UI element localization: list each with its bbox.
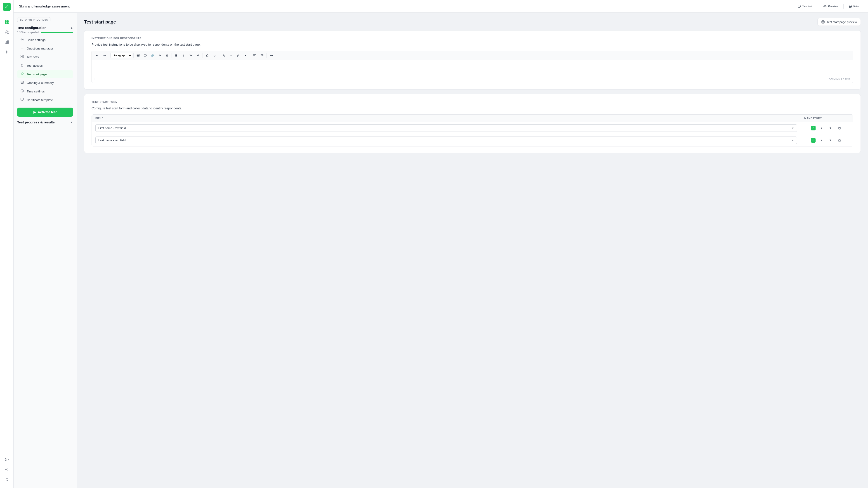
- field-select-1[interactable]: First name - text field ▼: [95, 124, 801, 132]
- nav-item-certificate[interactable]: Certificate template: [17, 96, 73, 104]
- move-down-button-1[interactable]: ▼: [827, 125, 834, 131]
- grid-icon-btn[interactable]: [3, 18, 11, 26]
- mandatory-cell-2: ✓ ▲ ▼: [804, 137, 849, 144]
- back-icon-btn[interactable]: [3, 465, 11, 474]
- rte-separator3: [172, 53, 172, 58]
- highlight-color-dropdown[interactable]: ▼: [242, 52, 249, 59]
- align-right-button[interactable]: [259, 52, 265, 59]
- progress-bar-fill: [41, 32, 73, 33]
- nav-item-test-sets[interactable]: Test sets: [17, 53, 73, 61]
- nav-item-time-settings[interactable]: Time settings: [17, 87, 73, 95]
- mandatory-cell-1: ✓ ▲ ▼: [804, 125, 849, 131]
- subscript-button[interactable]: X₂: [188, 52, 194, 59]
- svg-rect-21: [21, 47, 22, 47]
- settings-icon-btn[interactable]: [3, 48, 11, 56]
- special-chars-button[interactable]: Ω: [204, 52, 211, 59]
- activate-test-button[interactable]: ▶ Activate test: [17, 108, 73, 117]
- move-down-button-2[interactable]: ▼: [827, 137, 834, 144]
- svg-rect-7: [6, 41, 7, 44]
- rte-body[interactable]: p POWERED BY TINY: [92, 60, 853, 83]
- superscript-button[interactable]: X²: [195, 52, 201, 59]
- svg-point-20: [22, 39, 23, 40]
- italic-button[interactable]: I: [180, 52, 187, 59]
- rte-separator5: [219, 53, 219, 58]
- undo-button[interactable]: ↩: [94, 52, 100, 59]
- icon-bar: ✓: [0, 0, 13, 488]
- svg-point-15: [799, 5, 799, 6]
- svg-rect-35: [137, 54, 139, 57]
- font-color-dropdown[interactable]: ▼: [228, 52, 234, 59]
- nav-item-test-sets-label: Test sets: [27, 55, 39, 59]
- paragraph-select[interactable]: Paragraph: [111, 53, 132, 58]
- mandatory-header: MANDATORY: [804, 117, 849, 120]
- activate-btn-label: Activate test: [38, 110, 57, 114]
- trash-icon-1: [838, 127, 841, 130]
- svg-point-16: [824, 5, 827, 7]
- align-left-button[interactable]: [252, 52, 258, 59]
- svg-rect-8: [7, 40, 8, 43]
- svg-rect-19: [849, 6, 851, 8]
- svg-point-36: [137, 55, 138, 55]
- nav-item-basic-settings[interactable]: Basic settings: [17, 36, 73, 44]
- nav-item-test-start-page[interactable]: Test start page: [17, 70, 73, 78]
- questions-nav-icon: [20, 46, 24, 51]
- progress-row: 100% completed: [17, 31, 73, 34]
- test-sets-nav-icon: [20, 55, 24, 59]
- more-options-button[interactable]: •••: [268, 52, 274, 59]
- mandatory-checkbox-1[interactable]: ✓: [811, 126, 815, 130]
- progress-label: 100% completed: [17, 31, 39, 34]
- nav-item-test-access[interactable]: Test access: [17, 61, 73, 70]
- mandatory-checkbox-2[interactable]: ✓: [811, 138, 815, 143]
- form-section-desc: Configure test start form and collect da…: [92, 106, 853, 111]
- svg-rect-2: [5, 22, 6, 24]
- progress-bar-container: [41, 32, 73, 33]
- svg-rect-37: [144, 55, 146, 56]
- svg-point-4: [6, 31, 7, 32]
- collapse-icon-btn[interactable]: [3, 475, 11, 484]
- bold-button[interactable]: B: [173, 52, 180, 59]
- svg-rect-6: [5, 42, 6, 43]
- activate-btn-icon: ▶: [33, 110, 36, 114]
- move-up-button-2[interactable]: ▲: [818, 137, 825, 144]
- eye-icon: [823, 4, 827, 8]
- highlight-color-button[interactable]: [235, 52, 241, 59]
- font-color-button[interactable]: A: [221, 52, 227, 59]
- form-card: TEST START FORM Configure test start for…: [84, 94, 861, 153]
- svg-rect-29: [21, 65, 23, 66]
- field-select-2[interactable]: Last name - text field ▼: [95, 136, 801, 144]
- insert-code-button[interactable]: {}: [164, 52, 170, 59]
- delete-button-1[interactable]: [836, 125, 843, 131]
- nav-item-questions[interactable]: Questions manager: [17, 44, 73, 53]
- page-title: Test start page: [84, 20, 116, 25]
- svg-point-5: [7, 31, 8, 32]
- nav-items: Basic settings Questions manager: [17, 36, 73, 104]
- test-start-page-preview-button[interactable]: Test start page preview: [817, 18, 861, 26]
- users-icon-btn[interactable]: [3, 28, 11, 36]
- rte-separator1: [109, 53, 109, 58]
- chart-icon-btn[interactable]: [3, 38, 11, 46]
- test-info-button[interactable]: Test info: [794, 3, 816, 9]
- results-section-title: Test progress & results: [17, 120, 55, 124]
- insert-video-button[interactable]: [142, 52, 149, 59]
- svg-rect-24: [22, 47, 24, 47]
- results-section-header[interactable]: Test progress & results ▼: [17, 120, 73, 124]
- emoji-button[interactable]: ☺: [211, 52, 218, 59]
- logo-button[interactable]: ✓: [3, 3, 11, 11]
- print-button[interactable]: Print: [845, 3, 863, 9]
- rich-text-editor: ↩ ↪ Paragraph 🔗: [92, 51, 853, 83]
- redo-button[interactable]: ↪: [101, 52, 107, 59]
- nav-item-grading[interactable]: Grading & summary: [17, 79, 73, 87]
- svg-rect-25: [21, 55, 22, 57]
- config-section-header[interactable]: Test configuration ▲: [17, 26, 73, 30]
- insert-math-button[interactable]: √x: [157, 52, 163, 59]
- preview-button[interactable]: Preview: [820, 3, 842, 9]
- rte-placeholder: p: [94, 77, 96, 80]
- insert-image-button[interactable]: [135, 52, 141, 59]
- help-icon-btn[interactable]: [3, 455, 11, 464]
- insert-link-button[interactable]: 🔗: [149, 52, 156, 59]
- svg-rect-45: [839, 140, 840, 142]
- svg-point-9: [6, 52, 7, 53]
- delete-button-2[interactable]: [836, 137, 843, 144]
- move-up-button-1[interactable]: ▲: [818, 125, 825, 131]
- svg-point-33: [822, 21, 825, 24]
